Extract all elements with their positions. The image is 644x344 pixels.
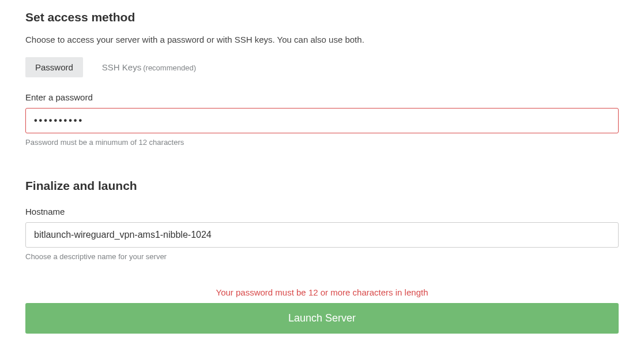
tab-ssh-suffix: (recommended) xyxy=(143,63,196,72)
hostname-input[interactable] xyxy=(25,222,619,248)
finalize-section: Finalize and launch Hostname Choose a de… xyxy=(25,179,619,261)
password-input[interactable] xyxy=(25,108,619,133)
access-method-title: Set access method xyxy=(25,10,619,24)
access-method-description: Choose to access your server with a pass… xyxy=(25,35,619,44)
access-method-section: Set access method Choose to access your … xyxy=(25,10,619,147)
hostname-help-text: Choose a descriptive name for your serve… xyxy=(25,252,619,261)
launch-server-button[interactable]: Launch Server xyxy=(25,303,619,334)
password-help-text: Password must be a minumum of 12 charact… xyxy=(25,138,619,147)
hostname-label: Hostname xyxy=(25,207,619,216)
validation-error-message: Your password must be 12 or more charact… xyxy=(25,287,619,297)
tab-ssh-label: SSH Keys xyxy=(102,62,141,72)
finalize-title: Finalize and launch xyxy=(25,179,619,193)
tab-password[interactable]: Password xyxy=(25,57,83,77)
password-label: Enter a password xyxy=(25,92,619,102)
tab-ssh-keys[interactable]: SSH Keys(recommended) xyxy=(92,57,206,77)
tab-password-label: Password xyxy=(35,62,73,72)
access-tabs: Password SSH Keys(recommended) xyxy=(25,57,619,77)
